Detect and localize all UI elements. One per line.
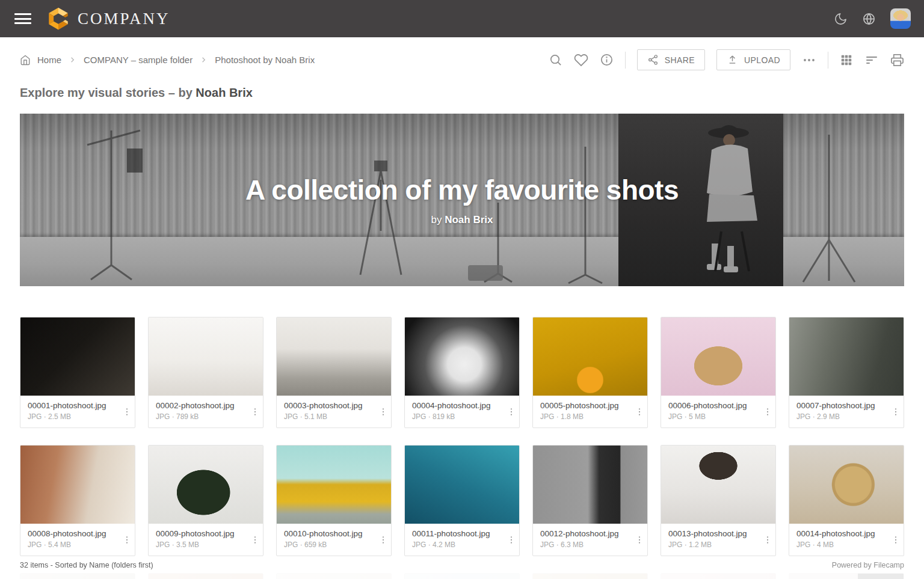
file-info: 00003-photoshoot.jpg JPG · 5.1 MB [277, 396, 391, 427]
file-info: 00001-photoshoot.jpg JPG · 2.5 MB [20, 396, 135, 427]
file-card: 00007-photoshoot.jpg JPG · 2.9 MB [789, 317, 904, 428]
hero-byline-prefix: by [431, 214, 445, 225]
file-meta: JPG · 5 MB [668, 412, 760, 421]
toolbar-divider [828, 52, 828, 69]
hero-text-overlay: A collection of my favourite shots by No… [20, 114, 904, 286]
file-meta: JPG · 659 kB [284, 541, 375, 549]
file-thumbnail[interactable] [149, 317, 263, 396]
file-name[interactable]: 00002-photoshoot.jpg [156, 401, 247, 410]
file-name[interactable]: 00009-photoshoot.jpg [156, 529, 247, 538]
file-info: 00010-photoshoot.jpg JPG · 659 kB [277, 524, 391, 556]
file-card: 00014-photoshoot.jpg JPG · 4 MB [789, 445, 904, 556]
chevron-right-icon [199, 55, 208, 64]
kebab-menu-icon[interactable] [378, 407, 388, 417]
kebab-menu-icon[interactable] [250, 535, 260, 545]
file-card: 00003-photoshoot.jpg JPG · 5.1 MB [276, 317, 392, 428]
file-meta: JPG · 1.2 MB [668, 541, 760, 549]
powered-by-label[interactable]: Powered by Filecamp [832, 561, 904, 579]
statusbar: 32 items - Sorted by Name (folders first… [0, 556, 924, 579]
file-thumbnail[interactable] [149, 446, 263, 524]
file-thumbnail[interactable] [789, 446, 904, 524]
file-thumbnail[interactable] [533, 446, 647, 524]
file-info: 00006-photoshoot.jpg JPG · 5 MB [661, 396, 775, 427]
kebab-menu-icon[interactable] [891, 407, 901, 417]
company-logo[interactable]: COMPANY [46, 5, 170, 32]
file-thumbnail[interactable] [405, 446, 519, 524]
hamburger-menu-icon[interactable] [14, 11, 31, 27]
file-name[interactable]: 00013-photoshoot.jpg [668, 529, 760, 538]
file-info: 00002-photoshoot.jpg JPG · 789 kB [149, 396, 263, 427]
file-thumbnail[interactable] [20, 446, 135, 524]
kebab-menu-icon[interactable] [635, 407, 644, 417]
kebab-menu-icon[interactable] [122, 535, 132, 545]
kebab-menu-icon[interactable] [122, 407, 132, 417]
upload-icon [727, 54, 738, 66]
info-icon[interactable] [600, 53, 614, 67]
kebab-menu-icon[interactable] [763, 535, 772, 545]
file-thumbnail[interactable] [533, 317, 647, 396]
upload-button[interactable]: UPLOAD [716, 49, 790, 70]
file-thumbnail[interactable] [20, 317, 135, 396]
file-name[interactable]: 00001-photoshoot.jpg [28, 401, 119, 410]
breadcrumb: Home COMPANY – sample folder Photoshoot … [20, 55, 315, 66]
kebab-menu-icon[interactable] [763, 407, 772, 417]
kebab-menu-icon[interactable] [507, 407, 516, 417]
kebab-menu-icon[interactable] [250, 407, 260, 417]
file-thumbnail[interactable] [277, 446, 391, 524]
file-name[interactable]: 00005-photoshoot.jpg [540, 401, 632, 410]
file-name[interactable]: 00007-photoshoot.jpg [796, 401, 888, 410]
share-button[interactable]: SHARE [637, 49, 705, 70]
kebab-menu-icon[interactable] [891, 535, 901, 545]
search-icon[interactable] [549, 53, 562, 67]
file-thumbnail[interactable] [661, 446, 775, 524]
file-thumbnail[interactable] [661, 317, 775, 396]
file-info: 00013-photoshoot.jpg JPG · 1.2 MB [661, 524, 775, 556]
file-thumbnail[interactable] [789, 317, 904, 396]
file-card: 00006-photoshoot.jpg JPG · 5 MB [661, 317, 776, 428]
file-thumbnail[interactable] [405, 317, 519, 396]
file-info: 00005-photoshoot.jpg JPG · 1.8 MB [533, 396, 647, 427]
sort-icon[interactable] [864, 53, 879, 67]
moon-icon[interactable] [834, 12, 848, 26]
file-card: 00005-photoshoot.jpg JPG · 1.8 MB [532, 317, 648, 428]
file-info: 00012-photoshoot.jpg JPG · 6.3 MB [533, 524, 647, 556]
file-name[interactable]: 00008-photoshoot.jpg [28, 529, 119, 538]
breadcrumb-item-home[interactable]: Home [37, 55, 61, 65]
kebab-menu-icon[interactable] [635, 535, 644, 545]
breadcrumb-item-folder[interactable]: COMPANY – sample folder [84, 55, 192, 65]
file-thumbnail[interactable] [277, 317, 391, 396]
file-meta: JPG · 5.1 MB [284, 412, 375, 421]
hero-title: A collection of my favourite shots [245, 174, 679, 206]
file-name[interactable]: 00010-photoshoot.jpg [284, 529, 375, 538]
logo-cube-icon [46, 5, 71, 32]
file-name[interactable]: 00011-photoshoot.jpg [412, 529, 504, 538]
items-count-label: 32 items - Sorted by Name (folders first… [20, 561, 153, 579]
file-name[interactable]: 00006-photoshoot.jpg [668, 401, 760, 410]
heart-icon[interactable] [574, 53, 588, 67]
toolbar: SHARE UPLOAD [549, 49, 904, 70]
file-name[interactable]: 00004-photoshoot.jpg [412, 401, 504, 410]
globe-icon[interactable] [862, 12, 876, 26]
file-name[interactable]: 00003-photoshoot.jpg [284, 401, 375, 410]
file-name[interactable]: 00012-photoshoot.jpg [540, 529, 632, 538]
page-title-author: Noah Brix [196, 86, 252, 99]
printer-icon[interactable] [890, 53, 904, 67]
home-icon[interactable] [20, 55, 31, 66]
kebab-menu-icon[interactable] [378, 535, 388, 545]
kebab-menu-icon[interactable] [507, 535, 516, 545]
topbar: COMPANY [0, 0, 924, 37]
file-info: 00004-photoshoot.jpg JPG · 819 kB [405, 396, 519, 427]
more-options-icon[interactable] [802, 53, 816, 67]
file-info: 00014-photoshoot.jpg JPG · 4 MB [789, 524, 904, 556]
file-name[interactable]: 00014-photoshoot.jpg [796, 529, 888, 538]
file-card: 00012-photoshoot.jpg JPG · 6.3 MB [532, 445, 648, 556]
breadcrumb-toolbar-row: Home COMPANY – sample folder Photoshoot … [20, 49, 904, 70]
hero-byline-author: Noah Brix [445, 214, 493, 225]
grid-view-icon[interactable] [840, 54, 853, 67]
share-button-label: SHARE [665, 55, 695, 65]
hero-byline: by Noah Brix [431, 214, 493, 226]
share-icon [647, 54, 659, 66]
user-avatar[interactable] [890, 8, 911, 29]
file-meta: JPG · 2.5 MB [28, 412, 119, 421]
file-card: 00009-photoshoot.jpg JPG · 3.5 MB [148, 445, 263, 556]
